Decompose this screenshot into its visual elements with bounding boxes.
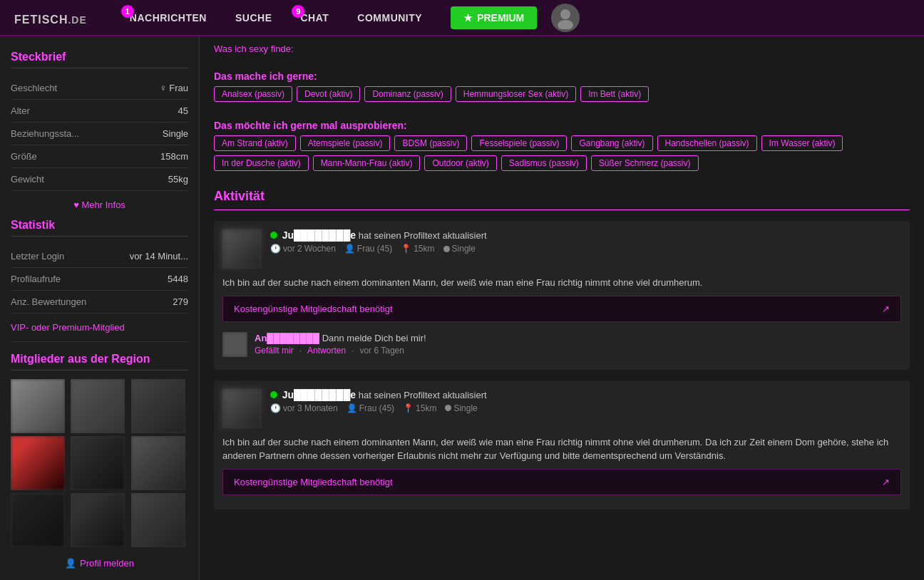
- region-member-6[interactable]: [131, 436, 185, 490]
- sexy-section-header: Was ich sexy finde:: [214, 36, 910, 54]
- try-label: Das möchte ich gerne mal ausprobieren:: [214, 109, 910, 131]
- region-member-5[interactable]: [71, 436, 125, 490]
- reply-text-1: Dann melde Dich bei mir!: [322, 333, 426, 343]
- membership-bar-1[interactable]: Kostengünstige Mitgliedschaft benötigt ↗: [222, 296, 901, 322]
- try-tag[interactable]: Im Wasser (aktiv): [761, 135, 843, 151]
- activity-card-1: Ju████████e hat seinen Profiltext aktual…: [214, 221, 910, 370]
- membership-text-1: Kostengünstige Mitgliedschaft benötigt: [234, 304, 393, 314]
- nav-community[interactable]: COMMUNITY: [343, 0, 436, 36]
- region-member-7[interactable]: [11, 493, 65, 547]
- statistik-title: Statistik: [11, 219, 188, 237]
- premium-button[interactable]: ★ PREMIUM: [451, 6, 537, 29]
- activity-title: Aktivität: [214, 178, 910, 210]
- membership-icon-1: ↗: [882, 304, 890, 314]
- region-member-1[interactable]: [11, 379, 65, 433]
- more-info-link[interactable]: ♥ Mehr Infos: [11, 200, 188, 210]
- label-beziehung: Beziehungssta...: [11, 128, 79, 139]
- membership-bar-2[interactable]: Kostengünstige Mitgliedschaft benötigt ↗: [222, 469, 901, 495]
- logo[interactable]: FETISCH.DE: [14, 6, 87, 29]
- activity-header-2: Ju████████e hat seinen Profiltext aktual…: [222, 389, 901, 428]
- value-login: vor 14 Minut...: [130, 251, 188, 261]
- try-tag[interactable]: In der Dusche (aktiv): [214, 155, 309, 171]
- steckbrief-title: Steckbrief: [11, 51, 188, 68]
- activity-text-2: Ich bin auf der suche nach einem dominan…: [222, 435, 901, 463]
- profile-row-groesse: Größe 158cm: [11, 145, 188, 168]
- try-tag[interactable]: Mann-Mann-Frau (aktiv): [313, 155, 421, 171]
- reply-button-1[interactable]: Antworten: [307, 346, 346, 356]
- try-tag[interactable]: Fesselspiele (passiv): [471, 135, 567, 151]
- activity-info-1: Ju████████e hat seinen Profiltext aktual…: [270, 229, 487, 254]
- reply-content-1: An████████ Dann melde Dich bei mir! Gefä…: [255, 333, 901, 356]
- value-groesse: 158cm: [160, 151, 188, 162]
- try-tag[interactable]: Handschellen (passiv): [657, 135, 757, 151]
- like-button-1[interactable]: Gefällt mir: [255, 346, 294, 356]
- try-tag[interactable]: Gangbang (aktiv): [571, 135, 652, 151]
- action-1: hat seinen Profiltext aktualisiert: [359, 230, 487, 241]
- sidebar: Steckbrief Geschlecht ♀ Frau Alter 45 Be…: [0, 36, 200, 580]
- meta-distance-1: 📍 15km: [401, 244, 434, 254]
- username-1[interactable]: Ju████████e: [282, 229, 356, 241]
- reply-username-1[interactable]: An████████: [255, 333, 319, 343]
- dot-separator-1: ·: [299, 346, 302, 356]
- profile-row-beziehung: Beziehungssta... Single: [11, 123, 188, 145]
- value-gewicht: 55kg: [168, 174, 188, 185]
- logo-suffix: .DE: [68, 14, 86, 26]
- activity-username-line-1: Ju████████e hat seinen Profiltext aktual…: [270, 229, 487, 241]
- main-layout: Steckbrief Geschlecht ♀ Frau Alter 45 Be…: [0, 36, 924, 580]
- user-avatar[interactable]: [551, 4, 580, 32]
- meta-gender-1: 👤 Frau (45): [344, 244, 392, 254]
- try-tag[interactable]: Sadismus (passiv): [501, 155, 587, 171]
- nachrichten-badge: 1: [121, 5, 134, 18]
- report-link[interactable]: 👤 Profil melden: [11, 558, 188, 569]
- clock-icon-2: 🕐: [270, 403, 281, 413]
- try-tag[interactable]: Atemspiele (passiv): [300, 135, 391, 151]
- stat-row-bewertungen: Anz. Bewertungen 279: [11, 291, 188, 314]
- value-geschlecht: ♀ Frau: [160, 83, 188, 93]
- try-tag[interactable]: Süßer Schmerz (passiv): [591, 155, 699, 171]
- profile-row-alter: Alter 45: [11, 100, 188, 123]
- report-label: Profil melden: [80, 558, 134, 569]
- status-dot-1: [443, 246, 450, 252]
- meta-distance-2: 📍 15km: [403, 403, 436, 413]
- nav-chat[interactable]: 9 CHAT: [286, 0, 343, 36]
- region-member-2[interactable]: [71, 379, 125, 433]
- try-tag[interactable]: Am Strand (aktiv): [214, 135, 296, 151]
- action-2: hat seinen Profiltext aktualisiert: [359, 390, 487, 400]
- region-member-4[interactable]: [11, 436, 65, 490]
- do-tag[interactable]: Analsex (passiv): [214, 86, 292, 102]
- nav-suche[interactable]: SUCHE: [221, 0, 287, 36]
- region-member-3[interactable]: [131, 379, 185, 433]
- profile-row-geschlecht: Geschlecht ♀ Frau: [11, 77, 188, 100]
- region-member-9[interactable]: [131, 493, 185, 547]
- do-tag[interactable]: Im Bett (aktiv): [580, 86, 649, 102]
- do-tag[interactable]: Hemmungsloser Sex (aktiv): [456, 86, 576, 102]
- svg-point-0: [560, 9, 570, 19]
- activity-meta-1: 🕐 vor 2 Wochen 👤 Frau (45) 📍 15km: [270, 244, 487, 254]
- vip-link[interactable]: VIP- oder Premium-Mitglied: [11, 322, 188, 342]
- meta-time-1: 🕐 vor 2 Wochen: [270, 244, 336, 254]
- reply-avatar-1[interactable]: [222, 332, 247, 357]
- reply-time-1: vor 6 Tagen: [359, 346, 404, 356]
- reply-section-1: An████████ Dann melde Dich bei mir! Gefä…: [222, 328, 901, 361]
- meta-gender-2: 👤 Frau (45): [346, 403, 394, 413]
- main-content: Was ich sexy finde: Das mache ich gerne:…: [200, 36, 924, 580]
- label-alter: Alter: [11, 105, 30, 116]
- location-icon-2: 📍: [403, 403, 414, 413]
- try-tag[interactable]: Outdoor (aktiv): [424, 155, 496, 171]
- region-member-8[interactable]: [71, 493, 125, 547]
- status-dot-2: [445, 405, 451, 411]
- stat-row-profilaufrufe: Profilaufrufe 5448: [11, 268, 188, 291]
- activity-avatar-1[interactable]: [222, 229, 262, 269]
- nav-nachrichten[interactable]: 1 NACHRICHTEN: [115, 0, 221, 36]
- nav-nachrichten-label: NACHRICHTEN: [130, 12, 207, 24]
- do-tag[interactable]: Dominanz (passiv): [364, 86, 451, 102]
- do-tag[interactable]: Devot (aktiv): [297, 86, 360, 102]
- label-gewicht: Gewicht: [11, 174, 44, 185]
- value-profilaufrufe: 5448: [168, 274, 188, 284]
- try-tag[interactable]: BDSM (passiv): [394, 135, 467, 151]
- activity-card-2: Ju████████e hat seinen Profiltext aktual…: [214, 380, 910, 509]
- activity-avatar-2[interactable]: [222, 389, 262, 428]
- profile-row-gewicht: Gewicht 55kg: [11, 168, 188, 191]
- membership-icon-2: ↗: [882, 477, 890, 487]
- username-2[interactable]: Ju████████e: [282, 389, 356, 400]
